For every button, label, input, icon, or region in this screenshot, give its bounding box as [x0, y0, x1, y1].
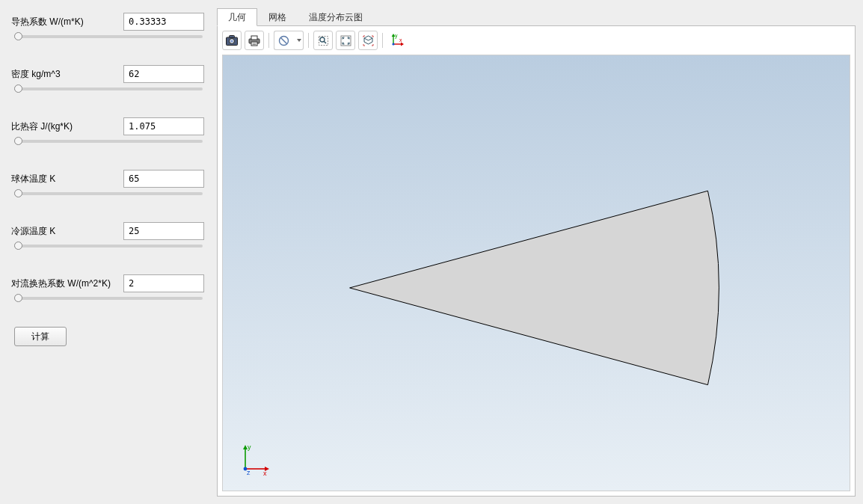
- param-row-cold-source-temp: 冷源温度 K: [11, 221, 209, 242]
- param-label: 球体温度 K: [11, 173, 123, 185]
- convection-coef-input[interactable]: [123, 274, 204, 292]
- specific-heat-slider[interactable]: [11, 140, 209, 153]
- axis-z-label: z: [247, 469, 251, 476]
- axis-y-label: y: [248, 443, 251, 451]
- specific-heat-input[interactable]: [123, 117, 204, 135]
- density-input[interactable]: [123, 65, 204, 83]
- geometry-viewport[interactable]: y x z: [222, 55, 850, 491]
- param-row-sphere-temp: 球体温度 K: [11, 168, 209, 189]
- param-row-convection-coef: 对流换热系数 W/(m^2*K): [11, 273, 209, 294]
- right-panel: 几何 网格 温度分布云图: [217, 0, 863, 504]
- svg-text:x: x: [399, 37, 402, 43]
- axis-icon: x y: [389, 32, 405, 49]
- param-label: 冷源温度 K: [11, 225, 123, 238]
- svg-line-10: [281, 37, 287, 43]
- snapshot-icon: [226, 35, 238, 46]
- zoom-box-icon: [318, 35, 329, 46]
- density-slider[interactable]: [11, 87, 209, 101]
- zoom-selected-icon: [363, 35, 374, 46]
- print-button[interactable]: [245, 31, 264, 50]
- toolbar-axis-indicator: x y: [387, 31, 407, 50]
- param-label: 比热容 J/(kg*K): [11, 120, 123, 133]
- zoom-selected-button[interactable]: [358, 31, 378, 50]
- axis-x-label: x: [263, 470, 267, 477]
- toolbar-separator: [308, 33, 309, 48]
- viewport-toolbar: x y: [222, 31, 407, 50]
- svg-marker-18: [401, 43, 404, 46]
- geometry-shape: [223, 55, 850, 491]
- toolbar-separator: [268, 33, 269, 48]
- param-label: 对流换热系数 W/(m^2*K): [11, 277, 123, 290]
- param-label: 导热系数 W/(m*K): [11, 16, 123, 28]
- svg-point-3: [230, 40, 233, 42]
- svg-line-13: [324, 41, 326, 43]
- toolbar-separator: [382, 33, 383, 48]
- thermal-conductivity-input[interactable]: [123, 13, 204, 31]
- svg-rect-5: [251, 36, 257, 40]
- svg-rect-1: [230, 36, 235, 38]
- chevron-down-icon: [297, 39, 301, 42]
- sphere-temp-slider[interactable]: [11, 192, 209, 206]
- tab-mesh[interactable]: 网格: [257, 8, 298, 26]
- scene-light-button[interactable]: [274, 31, 304, 50]
- zoom-extents-icon: [340, 35, 351, 46]
- svg-text:y: y: [395, 33, 398, 39]
- svg-point-19: [392, 43, 394, 45]
- param-row-density: 密度 kg/m^3: [11, 64, 209, 84]
- convection-coef-slider[interactable]: [11, 297, 209, 310]
- zoom-box-button[interactable]: [313, 31, 333, 50]
- tab-temperature-contour[interactable]: 温度分布云图: [298, 8, 374, 26]
- zoom-extents-button[interactable]: [336, 31, 355, 50]
- param-row-thermal-conductivity: 导热系数 W/(m*K): [11, 11, 209, 32]
- thermal-conductivity-slider[interactable]: [11, 35, 209, 49]
- parameter-panel: 导热系数 W/(m*K) 密度 kg/m^3 比热容 J/(kg*K) 球体温度…: [0, 0, 217, 504]
- param-label: 密度 kg/m^3: [11, 68, 123, 81]
- scene-light-icon: [278, 35, 289, 46]
- snapshot-button[interactable]: [222, 31, 242, 50]
- tab-geometry[interactable]: 几何: [217, 8, 257, 26]
- cold-source-temp-input[interactable]: [123, 222, 204, 240]
- compute-button[interactable]: 计算: [14, 327, 67, 346]
- sphere-temp-input[interactable]: [123, 170, 204, 188]
- svg-rect-14: [341, 36, 351, 46]
- param-row-specific-heat: 比热容 J/(kg*K): [11, 116, 209, 137]
- viewport-container: x y y x z: [217, 25, 856, 497]
- view-tabs: 几何 网格 温度分布云图: [217, 7, 856, 25]
- coordinate-triad: y x z: [236, 442, 272, 480]
- print-icon: [248, 35, 260, 46]
- cold-source-temp-slider[interactable]: [11, 245, 209, 258]
